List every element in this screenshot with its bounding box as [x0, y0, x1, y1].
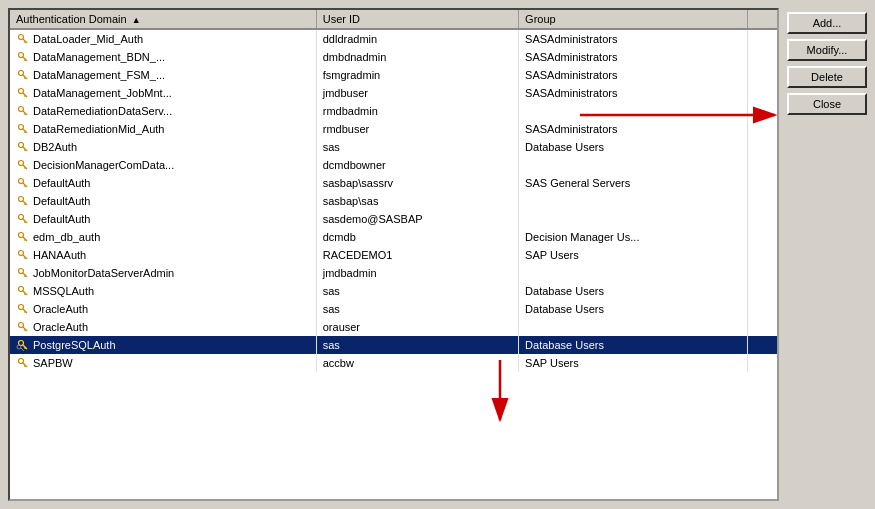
cell-group: SAP Users	[519, 354, 747, 372]
auth-domain-text: OracleAuth	[33, 321, 88, 333]
cell-auth-domain: DecisionManagerComData...	[10, 156, 316, 174]
cell-group	[519, 192, 747, 210]
auth-icon	[16, 158, 30, 172]
auth-icon	[16, 266, 30, 280]
table-header: Authentication Domain ▲ User ID Group	[10, 10, 777, 29]
auth-domain-text: edm_db_auth	[33, 231, 100, 243]
svg-point-27	[19, 197, 24, 202]
table-row[interactable]: PostgreSQLAuthsasDatabase Users	[10, 336, 777, 354]
auth-icon	[16, 212, 30, 226]
col-user-id[interactable]: User ID	[316, 10, 518, 29]
cell-extra	[747, 300, 777, 318]
cell-extra	[747, 138, 777, 156]
table-row[interactable]: OracleAuthorauser	[10, 318, 777, 336]
cell-auth-domain: SAPBW	[10, 354, 316, 372]
svg-point-6	[19, 71, 24, 76]
table-row[interactable]: DefaultAuthsasbap\sas	[10, 192, 777, 210]
cell-user-id: orauser	[316, 318, 518, 336]
cell-extra	[747, 84, 777, 102]
cell-extra	[747, 102, 777, 120]
cell-group	[519, 102, 747, 120]
svg-point-21	[19, 161, 24, 166]
table-row[interactable]: DataManagement_BDN_...dmbdnadminSASAdmin…	[10, 48, 777, 66]
svg-point-15	[19, 125, 24, 130]
svg-point-56	[19, 359, 24, 364]
svg-point-3	[19, 53, 24, 58]
auth-icon	[16, 338, 30, 352]
auth-icon	[16, 284, 30, 298]
cell-group: Decision Manager Us...	[519, 228, 747, 246]
table-row[interactable]: DecisionManagerComData...dcmdbowner	[10, 156, 777, 174]
auth-domain-text: DataRemediationDataServ...	[33, 105, 172, 117]
col-user-id-label: User ID	[323, 13, 360, 25]
auth-icon	[16, 122, 30, 136]
auth-domain-text: DefaultAuth	[33, 177, 90, 189]
table-row[interactable]: DataManagement_JobMnt...jmdbuserSASAdmin…	[10, 84, 777, 102]
delete-button[interactable]: Delete	[787, 66, 867, 88]
cell-group: SASAdministrators	[519, 48, 747, 66]
cell-user-id: fsmgradmin	[316, 66, 518, 84]
svg-line-55	[21, 348, 24, 351]
table-row[interactable]: SAPBWaccbwSAP Users	[10, 354, 777, 372]
modify-button[interactable]: Modify...	[787, 39, 867, 61]
cell-group: SASAdministrators	[519, 29, 747, 48]
cell-user-id: sas	[316, 138, 518, 156]
cell-group: Database Users	[519, 336, 747, 354]
cell-user-id: jmdbadmin	[316, 264, 518, 282]
cell-extra	[747, 192, 777, 210]
cell-group: SAS General Servers	[519, 174, 747, 192]
auth-domain-text: MSSQLAuth	[33, 285, 94, 297]
cell-group: SASAdministrators	[519, 84, 747, 102]
svg-point-42	[19, 287, 24, 292]
auth-icon	[16, 104, 30, 118]
table-row[interactable]: DataManagement_FSM_...fsmgradminSASAdmin…	[10, 66, 777, 84]
col-extra	[747, 10, 777, 29]
table-row[interactable]: DefaultAuthsasdemo@SASBAP	[10, 210, 777, 228]
table-body: DataLoader_Mid_AuthddldradminSASAdminist…	[10, 29, 777, 372]
cell-user-id: jmdbuser	[316, 84, 518, 102]
auth-icon	[16, 302, 30, 316]
cell-extra	[747, 318, 777, 336]
table-row[interactable]: DefaultAuthsasbap\sassrvSAS General Serv…	[10, 174, 777, 192]
cell-extra	[747, 48, 777, 66]
cell-auth-domain: PostgreSQLAuth	[10, 336, 316, 354]
auth-domain-text: OracleAuth	[33, 303, 88, 315]
table-row[interactable]: DataRemediationMid_AuthrmdbuserSASAdmini…	[10, 120, 777, 138]
cell-auth-domain: DB2Auth	[10, 138, 316, 156]
table-row[interactable]: DataRemediationDataServ...rmdbadmin	[10, 102, 777, 120]
cell-extra	[747, 29, 777, 48]
table-row[interactable]: JobMonitorDataServerAdminjmdbadmin	[10, 264, 777, 282]
cell-extra	[747, 66, 777, 84]
auth-domain-text: PostgreSQLAuth	[33, 339, 116, 351]
col-auth-domain[interactable]: Authentication Domain ▲	[10, 10, 316, 29]
cell-extra	[747, 210, 777, 228]
table-row[interactable]: DataLoader_Mid_AuthddldradminSASAdminist…	[10, 29, 777, 48]
cell-group: Database Users	[519, 300, 747, 318]
close-button[interactable]: Close	[787, 93, 867, 115]
table-row[interactable]: MSSQLAuthsasDatabase Users	[10, 282, 777, 300]
cell-auth-domain: MSSQLAuth	[10, 282, 316, 300]
col-group[interactable]: Group	[519, 10, 747, 29]
table-panel[interactable]: Authentication Domain ▲ User ID Group	[8, 8, 779, 501]
cell-user-id: sas	[316, 336, 518, 354]
add-button[interactable]: Add...	[787, 12, 867, 34]
cell-group: SAP Users	[519, 246, 747, 264]
auth-icon	[16, 68, 30, 82]
sort-arrow-auth: ▲	[132, 15, 141, 25]
auth-icon	[16, 230, 30, 244]
svg-point-39	[19, 269, 24, 274]
table-row[interactable]: DB2AuthsasDatabase Users	[10, 138, 777, 156]
cell-user-id: sasdemo@SASBAP	[316, 210, 518, 228]
cell-group: SASAdministrators	[519, 120, 747, 138]
table-row[interactable]: edm_db_authdcmdbDecision Manager Us...	[10, 228, 777, 246]
auth-domain-text: DataManagement_FSM_...	[33, 69, 165, 81]
cell-user-id: rmdbadmin	[316, 102, 518, 120]
table-row[interactable]: OracleAuthsasDatabase Users	[10, 300, 777, 318]
auth-domain-table: Authentication Domain ▲ User ID Group	[10, 10, 777, 372]
auth-icon	[16, 356, 30, 370]
auth-domain-text: DataManagement_BDN_...	[33, 51, 165, 63]
cell-auth-domain: DataRemediationDataServ...	[10, 102, 316, 120]
svg-point-54	[17, 345, 21, 349]
table-row[interactable]: HANAAuthRACEDEMO1SAP Users	[10, 246, 777, 264]
cell-auth-domain: DataManagement_FSM_...	[10, 66, 316, 84]
